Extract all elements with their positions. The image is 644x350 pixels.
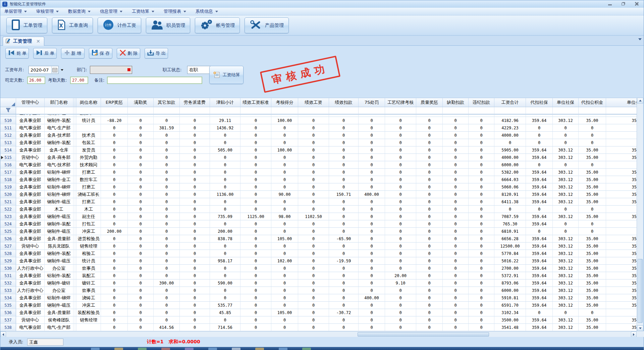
- column-header[interactable]: 考核得分: [271, 98, 298, 107]
- table-row[interactable]: 534金具事业部铝制件-铆焊浇铸工000000000400.0000005910…: [0, 294, 637, 302]
- table-row[interactable]: 510金具事业部钢制件-装配统计员-88.2000029.110100.0000…: [0, 117, 637, 124]
- menu-item[interactable]: 审核管理: [36, 8, 59, 14]
- table-row[interactable]: 529金具事业部钢制件-锻压统计员0000958.170102.000-19.5…: [0, 257, 637, 265]
- department-input[interactable]: [90, 66, 132, 74]
- column-header[interactable]: ERP奖惩: [101, 98, 128, 107]
- horizontal-scroll-thumb[interactable]: [358, 332, 489, 337]
- table-row[interactable]: 521金具事业部钢制件-锻压打磨工000000000000006411.3835…: [0, 198, 637, 206]
- select-all-icon[interactable]: [11, 102, 15, 106]
- menu-item[interactable]: 信息管理: [100, 8, 122, 14]
- toolbar-button[interactable]: 职员管理: [146, 17, 190, 33]
- table-row[interactable]: 537营销中心侯奇峰团队销售经理000000000000003500.00359…: [0, 316, 637, 324]
- table-row[interactable]: 524金具事业部钢制件-装配打包工00000000000000765.30359…: [0, 220, 637, 228]
- table-row[interactable]: 516电气事业部电气-技术部技术顾问000000000000006000.000…: [0, 161, 637, 169]
- column-header[interactable]: 劳务派遣费: [180, 98, 210, 107]
- column-header[interactable]: 质量奖惩: [416, 98, 443, 107]
- menu-item[interactable]: 单据管理: [4, 8, 27, 14]
- action-button[interactable]: 后 单: [33, 48, 57, 58]
- column-header[interactable]: 津贴小计: [210, 98, 240, 107]
- table-row[interactable]: 511电气事业部电气-生产部00381.5901436.920000000004…: [0, 124, 637, 132]
- table-row[interactable]: 514金具事业部金具-仓库发货员0000505.000100.000000000…: [0, 146, 637, 154]
- scroll-left-icon[interactable]: [0, 332, 6, 337]
- column-header[interactable]: 缺勤扣款: [443, 98, 469, 107]
- table-row[interactable]: 532金具事业部钢制件-镀锌镀锌工00390.000590.00000009.1…: [0, 279, 637, 287]
- toolbar-button[interactable]: 工单管理: [6, 17, 47, 33]
- scroll-right-icon[interactable]: [631, 332, 637, 337]
- action-button[interactable]: 删 除: [117, 48, 140, 58]
- table-row[interactable]: 527营销中心陈兵龙团队销售经理0000000000000012500.0035…: [0, 243, 637, 250]
- table-row[interactable]: 525金具事业部钢制件-锻压冲床工200.00000200.0000000000…: [0, 228, 637, 235]
- remark-input[interactable]: [107, 77, 202, 84]
- tab-close-icon[interactable]: ✕: [36, 39, 40, 44]
- table-row[interactable]: 530人力行政中心办公室炊事员000000000000002700.00359.…: [0, 265, 637, 272]
- menu-item[interactable]: 数据查询: [68, 8, 91, 14]
- toolbar-button[interactable]: 帐号管理: [195, 17, 240, 33]
- column-header[interactable]: 岗位名称: [76, 98, 101, 107]
- date-dropdown-icon[interactable]: [61, 69, 63, 71]
- table-row[interactable]: 520金具事业部铝制件-铆焊浇铸工班长00001136.00090.000150…: [0, 191, 637, 198]
- column-header[interactable]: 工资合计: [494, 98, 526, 107]
- vertical-scroll-thumb[interactable]: [638, 259, 643, 323]
- scrollbar-corner: [637, 331, 644, 337]
- calendar-icon[interactable]: [51, 67, 58, 73]
- column-header[interactable]: 单位社保: [553, 98, 579, 107]
- menu-item[interactable]: 管理报表: [164, 8, 186, 14]
- column-header[interactable]: 单位公积金: [606, 98, 637, 107]
- table-row[interactable]: 531金具事业部铝制件-装配装配工000000000020.000005372.…: [0, 272, 637, 279]
- table-row[interactable]: 528金具事业部钢制件-装配检验工000000000000005770.8435…: [0, 250, 637, 257]
- attend-days-input[interactable]: 27.00: [70, 77, 88, 84]
- column-header[interactable]: 绩效工资: [298, 98, 329, 107]
- scroll-down-icon[interactable]: [637, 325, 643, 331]
- column-header[interactable]: 绩效扣款: [329, 98, 359, 107]
- toolbar-button[interactable]: 产品管理: [245, 17, 289, 33]
- table-row[interactable]: 533人力行政中心办公室炊事员000000000000006000.00359.…: [0, 287, 637, 294]
- column-header[interactable]: 部门名称: [45, 98, 73, 107]
- column-header[interactable]: 代扣公积金: [579, 98, 606, 107]
- column-header[interactable]: 违纪扣款: [469, 98, 494, 107]
- filter-row[interactable]: [0, 107, 637, 115]
- table-row[interactable]: 519金具事业部铝制件-铆焊打磨工000000000000005060.0635…: [0, 183, 637, 191]
- tab-overflow-button[interactable]: [638, 38, 642, 40]
- column-header[interactable]: 绩效工资标准: [240, 98, 271, 107]
- table-row[interactable]: 518金具事业部钢制件-金工数控车工000000000000006664.033…: [0, 176, 637, 183]
- table-row[interactable]: 523金具事业部钢制件-锻压副主任0000735.091125.0098.001…: [0, 213, 637, 220]
- table-row[interactable]: 512金具事业部金具-技术部技术员000000000000004000.0000…: [0, 132, 637, 139]
- menu-item[interactable]: 系统信息: [196, 8, 218, 14]
- table-row[interactable]: 538电气事业部电气-生产部00414.560714.5600000000035…: [0, 324, 637, 331]
- menu-item[interactable]: 工资结算: [132, 8, 154, 14]
- column-header[interactable]: 管理中心: [16, 98, 45, 107]
- department-clear-icon[interactable]: [127, 68, 130, 71]
- action-button[interactable]: 前 单: [5, 48, 29, 58]
- settle-button[interactable]: 工资结算: [209, 66, 244, 84]
- table-row[interactable]: 522金具事业部木工木工0000000000000000000: [0, 206, 637, 213]
- salary-month-input[interactable]: 2020-07: [29, 66, 59, 74]
- toolbar-button[interactable]: X工单查询: [52, 17, 93, 33]
- action-button[interactable]: 新 增: [61, 48, 85, 58]
- table-row[interactable]: 526金具事业部金具-质量部进货检验员0000838.780105.000-65…: [0, 235, 637, 243]
- close-button[interactable]: [632, 1, 641, 7]
- table-row[interactable]: 517金具事业部铝制件-铆焊打磨工000000000000005382.0035…: [0, 169, 637, 176]
- restore-button[interactable]: [619, 1, 628, 7]
- scroll-up-icon[interactable]: [637, 98, 643, 103]
- column-header[interactable]: 代扣社保: [526, 98, 553, 107]
- column-header[interactable]: 工艺纪律考核: [385, 98, 416, 107]
- table-row[interactable]: 515营销中心金具-商务部外贸内勤000000000000004000.0035…: [0, 154, 637, 161]
- column-header[interactable]: 满勤奖: [128, 98, 154, 107]
- horizontal-scrollbar[interactable]: [0, 331, 637, 337]
- table-row[interactable]: 535金具事业部钢制件-锻压冲床工0000535.770000000006591…: [0, 302, 637, 309]
- table-row-partial[interactable]: 金具事业部钢制件-金工数控车工000000000000006000.00359.…: [0, 115, 637, 117]
- tab-salary-management[interactable]: 工资管理 ✕: [3, 37, 44, 46]
- column-header[interactable]: [0, 98, 16, 107]
- vertical-scrollbar[interactable]: [637, 98, 643, 331]
- action-button[interactable]: 导 出: [145, 48, 168, 58]
- column-header[interactable]: 7S处罚: [359, 98, 385, 107]
- action-button[interactable]: 保 存: [89, 48, 112, 58]
- table-row[interactable]: 513金具事业部钢制件-装配包装工0000000000000000000: [0, 139, 637, 146]
- toolbar-button[interactable]: 计件计件工资: [98, 17, 141, 33]
- fixed-days-input[interactable]: 26.00: [27, 77, 45, 84]
- filter-funnel-icon[interactable]: [6, 107, 11, 114]
- column-header[interactable]: 其它加款: [154, 98, 180, 107]
- operator-field[interactable]: 王鑫: [27, 339, 63, 346]
- table-row[interactable]: 536金具事业部金具-质量部装配检验员000045.850105.000-30.…: [0, 309, 637, 316]
- minimize-button[interactable]: [605, 1, 614, 7]
